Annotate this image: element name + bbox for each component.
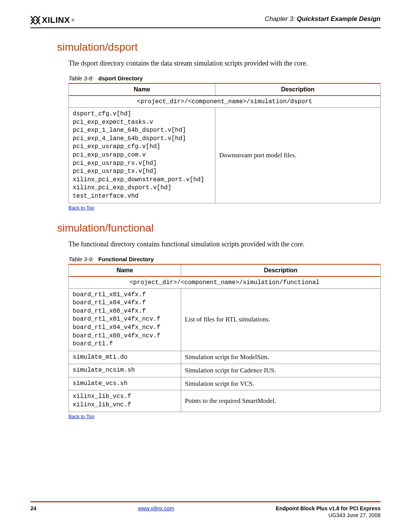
- description-cell: Simulation script for Cadence IUS.: [181, 364, 380, 377]
- col-description: Description: [181, 264, 380, 276]
- page-header: XILINX ® Chapter 3: Quickstart Example D…: [30, 15, 381, 28]
- dsport-directory-table: Name Description <project_dir>/<componen…: [68, 83, 381, 203]
- file-list: xilinx_lib_vcs.f xilinx_lib_vnc.f: [69, 390, 181, 412]
- table-row: xilinx_lib_vcs.f xilinx_lib_vnc.f Points…: [69, 390, 381, 412]
- chapter-title: Quickstart Example Design: [297, 15, 381, 22]
- product-title: Endpoint Block Plus v1.8 for PCI Express: [276, 505, 381, 511]
- chapter-label: Chapter 3: Quickstart Example Design: [265, 15, 381, 23]
- brand-logo: XILINX ®: [30, 15, 75, 25]
- file-list: simulate_ncsim.sh: [69, 364, 181, 377]
- table-row: simulate_mti.do Simulation script for Mo…: [69, 351, 381, 364]
- back-to-top-link[interactable]: Back to Top: [68, 205, 94, 211]
- logo-mark-icon: [30, 16, 40, 24]
- caption-title: Functional Directory: [98, 256, 154, 262]
- footer-url: www.xilinx.com: [138, 505, 174, 511]
- table-row: dsport_cfg.v[hd] pci_exp_expect_tasks.v …: [69, 108, 381, 203]
- table-row: simulate_ncsim.sh Simulation script for …: [69, 364, 381, 377]
- page-footer: 24 www.xilinx.com Endpoint Block Plus v1…: [30, 501, 381, 518]
- table-row: board_rtl_x01_v4fx.f board_rtl_x04_v4fx.…: [69, 288, 381, 351]
- table-caption-3-9: Table 3-9: Functional Directory: [68, 256, 381, 262]
- file-list: simulate_vcs.sh: [69, 377, 181, 390]
- brand-name: XILINX: [42, 15, 70, 25]
- description-cell: Downstream port model files.: [215, 108, 380, 203]
- table-caption-3-8: Table 3-8: dsport Directory: [68, 75, 381, 81]
- path-cell: <project_dir>/<component_name>/simulatio…: [69, 96, 381, 108]
- back-to-top-link[interactable]: Back to Top: [68, 414, 94, 419]
- col-description: Description: [215, 83, 380, 96]
- file-list: dsport_cfg.v[hd] pci_exp_expect_tasks.v …: [69, 108, 215, 203]
- file-list: simulate_mti.do: [69, 351, 181, 364]
- table-row: <project_dir>/<component_name>/simulatio…: [69, 96, 381, 108]
- col-name: Name: [69, 264, 181, 276]
- caption-number: Table 3-8:: [68, 75, 94, 81]
- caption-title: dsport Directory: [98, 75, 143, 81]
- table-header-row: Name Description: [69, 83, 381, 96]
- file-list: board_rtl_x01_v4fx.f board_rtl_x04_v4fx.…: [69, 288, 181, 351]
- functional-directory-table: Name Description <project_dir>/<componen…: [68, 264, 381, 412]
- xilinx-link[interactable]: www.xilinx.com: [138, 505, 174, 511]
- doc-id: UG343 June 27, 2008: [276, 512, 381, 518]
- footer-right: Endpoint Block Plus v1.8 for PCI Express…: [276, 505, 381, 518]
- col-name: Name: [69, 83, 215, 96]
- description-cell: Simulation script for ModelSim.: [181, 351, 380, 364]
- functional-intro: The functional directory contains functi…: [68, 240, 381, 248]
- section-heading-dsport: simulation/dsport: [30, 41, 381, 53]
- table-row: simulate_vcs.sh Simulation script for VC…: [69, 377, 381, 390]
- registered-mark: ®: [72, 18, 75, 22]
- section-heading-functional: simulation/functional: [30, 222, 381, 234]
- table-header-row: Name Description: [69, 264, 381, 276]
- description-cell: Points to the required SmartModel.: [181, 390, 380, 412]
- path-cell: <project_dir>/<component_name>/simulatio…: [69, 276, 381, 289]
- description-cell: Simulation script for VCS.: [181, 377, 380, 390]
- caption-number: Table 3-9:: [68, 256, 94, 262]
- dsport-intro: The dsport directory contains the data s…: [68, 59, 381, 67]
- description-cell: List of files for RTL simulations.: [181, 288, 380, 351]
- page-number: 24: [30, 505, 37, 511]
- chapter-prefix: Chapter 3:: [265, 15, 297, 22]
- table-row: <project_dir>/<component_name>/simulatio…: [69, 276, 381, 289]
